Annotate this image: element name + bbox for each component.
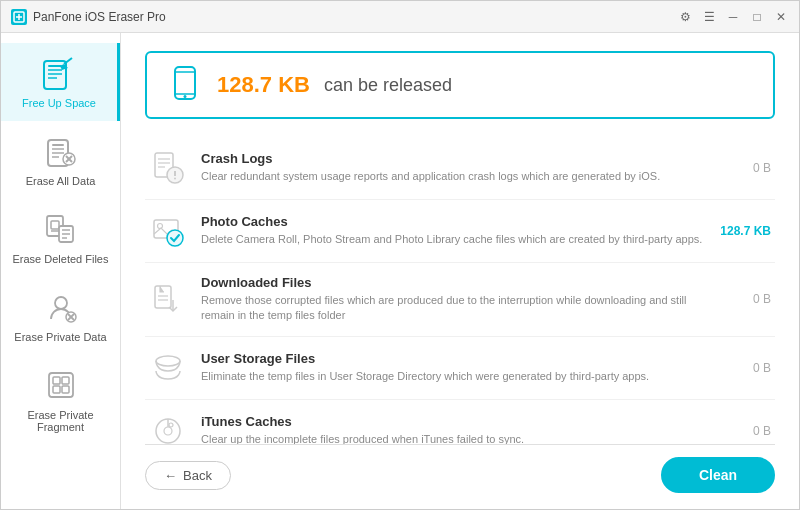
- app-icon: [11, 9, 27, 25]
- erase-private-fragment-icon: [43, 367, 79, 403]
- sidebar-item-free-up-space[interactable]: Free Up Space: [1, 43, 120, 121]
- settings-icon[interactable]: ⚙: [677, 9, 693, 25]
- sidebar-label-erase-private-data: Erase Private Data: [14, 331, 106, 343]
- user-storage-files-size: 0 B: [721, 361, 771, 375]
- back-button[interactable]: ← Back: [145, 461, 231, 490]
- crash-logs-size: 0 B: [721, 161, 771, 175]
- downloaded-files-info: Downloaded Files Remove those corrupted …: [201, 275, 707, 324]
- svg-rect-19: [51, 221, 59, 229]
- sidebar-item-erase-all-data[interactable]: Erase All Data: [1, 121, 120, 199]
- sidebar-label-erase-all-data: Erase All Data: [26, 175, 96, 187]
- banner-text: can be released: [324, 75, 452, 96]
- items-list: Crash Logs Clear redundant system usage …: [145, 137, 775, 444]
- app-title: PanFone iOS Eraser Pro: [33, 10, 166, 24]
- itunes-caches-size: 0 B: [721, 424, 771, 438]
- svg-rect-11: [52, 144, 64, 146]
- svg-rect-33: [62, 386, 69, 393]
- crash-logs-info: Crash Logs Clear redundant system usage …: [201, 151, 707, 184]
- itunes-caches-info: iTunes Caches Clear up the incomplete fi…: [201, 414, 707, 444]
- photo-caches-size: 128.7 KB: [720, 224, 771, 238]
- phone-icon: [167, 65, 203, 105]
- back-button-label: Back: [183, 468, 212, 483]
- sidebar: Free Up Space Erase All Data: [1, 33, 121, 510]
- clean-button-label: Clean: [699, 467, 737, 483]
- list-item: Photo Caches Delete Camera Roll, Photo S…: [145, 200, 775, 263]
- maximize-icon[interactable]: □: [749, 9, 765, 25]
- sidebar-label-erase-private-fragment: Erase Private Fragment: [9, 409, 112, 433]
- svg-rect-48: [155, 286, 171, 308]
- itunes-caches-icon: [149, 412, 187, 444]
- svg-rect-30: [53, 377, 60, 384]
- user-storage-files-desc: Eliminate the temp files in User Storage…: [201, 369, 707, 384]
- user-storage-files-title: User Storage Files: [201, 351, 707, 366]
- minimize-icon[interactable]: ─: [725, 9, 741, 25]
- svg-point-52: [156, 356, 180, 366]
- sidebar-label-erase-deleted-files: Erase Deleted Files: [13, 253, 109, 265]
- close-icon[interactable]: ✕: [773, 9, 789, 25]
- menu-icon[interactable]: ☰: [701, 9, 717, 25]
- photo-caches-desc: Delete Camera Roll, Photo Stream and Pho…: [201, 232, 706, 247]
- svg-rect-29: [49, 373, 73, 397]
- free-up-space-icon: [41, 55, 77, 91]
- photo-caches-icon: [149, 212, 187, 250]
- erase-deleted-files-icon: [43, 211, 79, 247]
- svg-point-25: [55, 297, 67, 309]
- downloaded-files-icon: [149, 280, 187, 318]
- banner-size: 128.7 KB: [217, 72, 310, 98]
- title-bar: PanFone iOS Eraser Pro ⚙ ☰ ─ □ ✕: [1, 1, 799, 33]
- itunes-caches-title: iTunes Caches: [201, 414, 707, 429]
- svg-point-56: [169, 423, 173, 427]
- list-item: User Storage Files Eliminate the temp fi…: [145, 337, 775, 400]
- sidebar-item-erase-private-data[interactable]: Erase Private Data: [1, 277, 120, 355]
- photo-caches-info: Photo Caches Delete Camera Roll, Photo S…: [201, 214, 706, 247]
- clean-button[interactable]: Clean: [661, 457, 775, 493]
- photo-caches-title: Photo Caches: [201, 214, 706, 229]
- crash-logs-desc: Clear redundant system usage reports and…: [201, 169, 707, 184]
- itunes-caches-desc: Clear up the incomplete files produced w…: [201, 432, 707, 444]
- downloaded-files-size: 0 B: [721, 292, 771, 306]
- downloaded-files-title: Downloaded Files: [201, 275, 707, 290]
- summary-banner: 128.7 KB can be released: [145, 51, 775, 119]
- erase-private-data-icon: [43, 289, 79, 325]
- svg-point-44: [174, 178, 176, 180]
- crash-logs-icon: [149, 149, 187, 187]
- user-storage-icon: [149, 349, 187, 387]
- back-arrow-icon: ←: [164, 468, 177, 483]
- svg-rect-4: [48, 65, 62, 67]
- sidebar-label-free-up-space: Free Up Space: [22, 97, 96, 109]
- bottom-bar: ← Back Clean: [145, 444, 775, 493]
- erase-all-data-icon: [43, 133, 79, 169]
- list-item: Crash Logs Clear redundant system usage …: [145, 137, 775, 200]
- sidebar-item-erase-private-fragment[interactable]: Erase Private Fragment: [1, 355, 120, 445]
- user-storage-files-info: User Storage Files Eliminate the temp fi…: [201, 351, 707, 384]
- svg-rect-32: [53, 386, 60, 393]
- list-item: iTunes Caches Clear up the incomplete fi…: [145, 400, 775, 444]
- svg-point-54: [164, 427, 172, 435]
- content-area: 128.7 KB can be released: [121, 33, 799, 510]
- svg-rect-31: [62, 377, 69, 384]
- svg-point-46: [158, 224, 163, 229]
- svg-point-47: [167, 230, 183, 246]
- crash-logs-title: Crash Logs: [201, 151, 707, 166]
- list-item: Downloaded Files Remove those corrupted …: [145, 263, 775, 337]
- svg-point-37: [184, 95, 187, 98]
- sidebar-item-erase-deleted-files[interactable]: Erase Deleted Files: [1, 199, 120, 277]
- downloaded-files-desc: Remove those corrupted files which are p…: [201, 293, 707, 324]
